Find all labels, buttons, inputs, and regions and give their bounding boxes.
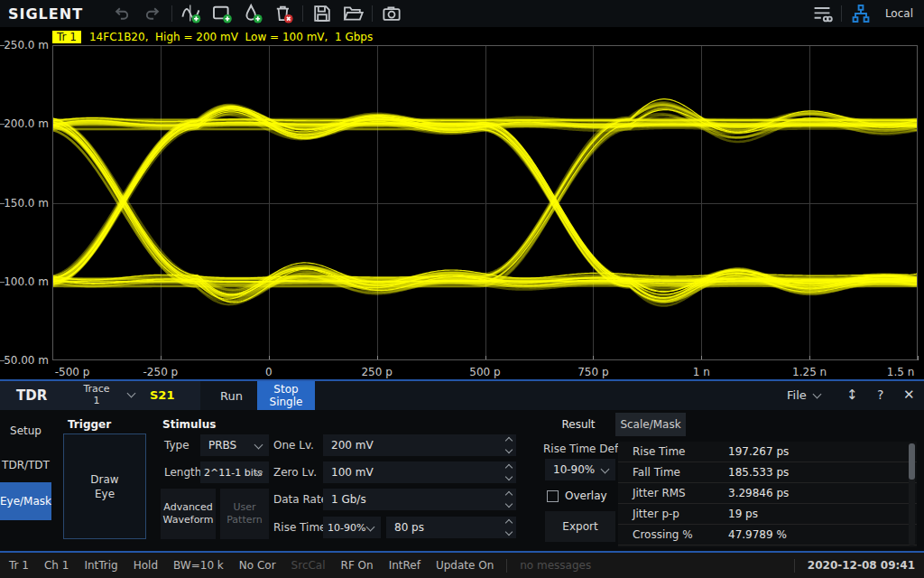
overlay-label: Overlay [565,489,607,502]
delete-icon[interactable] [268,2,299,25]
overlay-checkbox[interactable] [547,490,559,502]
stop-single-button[interactable]: Stop Single [257,381,315,410]
data-rate-label: Data Rate [273,493,328,506]
remote-link-icon[interactable] [807,2,837,25]
data-rate-input[interactable]: 1 Gb/s [323,489,516,510]
open-folder-icon[interactable] [337,2,368,25]
y-tick-label: 100.0 m [2,275,49,288]
help-icon[interactable]: ? [877,387,883,402]
add-marker-icon[interactable] [237,2,268,25]
network-icon[interactable] [845,2,876,25]
measurement-value: 19 ps [728,508,758,520]
measurement-value: 185.533 ps [728,466,789,479]
tab-result[interactable]: Result [541,413,615,436]
expand-panel-icon[interactable]: ↕ [846,387,858,403]
zero-level-label: Zero Lv. [273,466,317,479]
undo-icon[interactable] [106,2,137,25]
tdr-panel-header: TDR Trace 1 S21 Run Stop Single File ↕ ?… [0,381,924,410]
eye-diagram-canvas [52,45,919,361]
prbs-type-dropdown[interactable]: PRBS [200,434,269,456]
chevron-down-icon [366,523,375,532]
redo-icon[interactable] [137,2,168,25]
spinner-arrows-icon[interactable] [506,465,512,480]
file-menu-button[interactable]: File [787,388,820,402]
siglent-logo: SIGLENT [8,5,83,23]
trace-id-chip[interactable]: Tr 1 [52,31,81,43]
rise-time-def-label: Rise Time Def. [543,443,621,455]
x-tick-label: 750 p [578,366,608,378]
x-tick-label: 500 p [469,366,500,378]
x-tick-label: 1.5 n [887,366,915,378]
s-parameter-label[interactable]: S21 [150,388,174,402]
sidebar-tab-tdr-tdt[interactable]: TDR/TDT [0,448,51,482]
plot-screen: Tr 1 14FC1B20, High = 200 mV Low = 100 m… [0,27,924,379]
status-bar: Tr 1Ch 1IntTrigHoldBW=10 kNo CorSrcCalRF… [0,553,924,578]
x-tick-label: 0 [265,366,273,378]
advanced-waveform-button[interactable]: Advanced Waveform [161,489,216,539]
status-no-cor: No Cor [239,559,276,572]
spinner-arrows-icon[interactable] [506,492,512,507]
x-tick-label: 250 p [361,366,392,378]
measurement-label: Fall Time [618,466,728,479]
y-tick-mark [0,360,5,361]
x-tick-label: -250 p [143,366,179,378]
sidebar-tab-setup[interactable]: Setup [0,414,51,448]
status-hold: Hold [134,559,158,572]
user-pattern-button[interactable]: User Pattern [220,489,269,539]
status-intref: IntRef [389,559,420,572]
status-message: no messages [520,559,591,572]
trace-selector[interactable]: Trace 1 [70,383,123,408]
screenshot-camera-icon[interactable] [376,2,407,25]
spinner-arrows-icon[interactable] [506,438,512,452]
export-button[interactable]: Export [545,511,615,542]
chevron-down-icon [254,441,263,450]
prbs-length-dropdown[interactable]: 2^11-1 bits [200,461,269,483]
scrollbar-thumb[interactable] [909,443,915,480]
table-scrollbar[interactable] [909,443,915,545]
status-bw-10-k: BW=10 k [173,559,224,572]
measurement-row-jitter-rms[interactable]: Jitter RMS3.29846 ps [618,483,917,504]
chevron-down-icon [812,389,821,398]
spinner-arrows-icon[interactable] [506,520,512,535]
local-status-label[interactable]: Local [885,7,913,20]
trigger-section-label: Trigger [68,418,111,431]
x-tick-label: -500 p [55,366,90,378]
overlay-checkbox-row[interactable]: Overlay [547,489,607,502]
run-button[interactable]: Run [206,381,257,410]
result-rise-def-dropdown[interactable]: 10-90% [545,459,615,480]
side-tab-list: SetupTDR/TDTEye/Mask [0,414,51,520]
chevron-down-icon [601,465,610,474]
trace-info-row: Tr 1 14FC1B20, High = 200 mV Low = 100 m… [52,31,373,43]
close-panel-icon[interactable]: ✕ [903,387,915,403]
status-rf-on: RF On [341,559,374,572]
x-tick-label: 1 n [693,366,710,378]
one-level-input[interactable]: 200 mV [323,434,516,456]
measurement-label: Rise Time [618,445,728,458]
status-inttrig: IntTrig [84,559,117,572]
status-srccal: SrcCal [291,559,326,572]
top-toolbar: SIGLENT [0,0,924,27]
y-tick-mark [0,45,5,46]
y-tick-label: 50.00 m [2,354,49,367]
add-trace-icon[interactable] [176,2,207,25]
add-window-icon[interactable] [207,2,237,25]
length-label: Length [164,466,201,479]
measurement-row-rise-time[interactable]: Rise Time197.267 ps [618,442,917,462]
status-ch-1: Ch 1 [44,559,69,572]
zero-level-input[interactable]: 100 mV [323,461,516,483]
panel-title: TDR [16,387,47,404]
draw-eye-button[interactable]: Draw Eye [63,434,146,539]
sidebar-tab-eye-mask[interactable]: Eye/Mask [0,482,51,520]
tdr-panel: TDR Trace 1 S21 Run Stop Single File ↕ ?… [0,379,924,553]
measurement-table: Rise Time197.267 psFall Time185.533 psJi… [618,442,917,547]
measurement-row-fall-time[interactable]: Fall Time185.533 ps [618,462,917,483]
y-tick-mark [0,203,5,204]
measurement-row-jitter-p-p[interactable]: Jitter p-p19 ps [618,504,917,525]
rise-time-def-dropdown[interactable]: 10-90% [323,517,381,538]
tab-scale-mask[interactable]: Scale/Mask [615,413,686,436]
y-tick-label: 200.0 m [2,117,49,130]
trace-info-text: 14FC1B20, High = 200 mV Low = 100 mV, 1 … [89,31,373,43]
measurement-row-crossing[interactable]: Crossing %47.9789 % [618,525,917,545]
rise-time-input[interactable]: 80 ps [386,517,516,538]
save-icon[interactable] [307,2,337,25]
